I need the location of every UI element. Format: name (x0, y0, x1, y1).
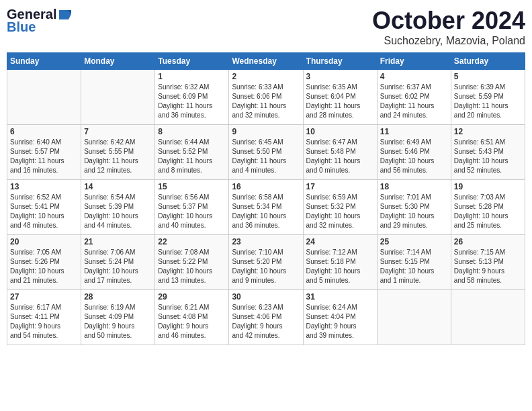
day-number: 28 (84, 292, 152, 302)
calendar-cell: 10Sunrise: 6:47 AM Sunset: 5:48 PM Dayli… (303, 125, 377, 180)
calendar-cell: 9Sunrise: 6:45 AM Sunset: 5:50 PM Daylig… (229, 125, 303, 180)
day-info: Sunrise: 6:19 AM Sunset: 4:09 PM Dayligh… (84, 303, 152, 340)
day-number: 25 (380, 237, 448, 246)
weekday-header: Saturday (451, 53, 525, 70)
month-title: October 2024 (372, 7, 525, 35)
day-info: Sunrise: 6:33 AM Sunset: 6:06 PM Dayligh… (232, 83, 300, 120)
day-info: Sunrise: 6:42 AM Sunset: 5:55 PM Dayligh… (84, 138, 152, 175)
day-info: Sunrise: 6:54 AM Sunset: 5:39 PM Dayligh… (84, 193, 152, 230)
calendar-cell: 25Sunrise: 7:14 AM Sunset: 5:15 PM Dayli… (377, 235, 451, 290)
day-info: Sunrise: 7:01 AM Sunset: 5:30 PM Dayligh… (380, 193, 448, 230)
day-info: Sunrise: 6:56 AM Sunset: 5:37 PM Dayligh… (158, 193, 226, 230)
day-info: Sunrise: 6:21 AM Sunset: 4:08 PM Dayligh… (158, 303, 226, 340)
day-number: 14 (84, 182, 152, 191)
day-info: Sunrise: 7:10 AM Sunset: 5:20 PM Dayligh… (232, 248, 300, 285)
page-header: General Blue October 2024 Suchozebry, Ma… (7, 7, 525, 47)
title-area: October 2024 Suchozebry, Mazovia, Poland (372, 7, 525, 47)
day-number: 26 (454, 237, 522, 246)
day-info: Sunrise: 6:49 AM Sunset: 5:46 PM Dayligh… (380, 138, 448, 175)
calendar-cell: 6Sunrise: 6:40 AM Sunset: 5:57 PM Daylig… (7, 125, 81, 180)
day-number: 1 (158, 72, 226, 81)
calendar-week-row: 6Sunrise: 6:40 AM Sunset: 5:57 PM Daylig… (7, 125, 525, 180)
day-number: 7 (84, 127, 152, 136)
day-info: Sunrise: 6:47 AM Sunset: 5:48 PM Dayligh… (306, 138, 374, 175)
calendar-cell: 20Sunrise: 7:05 AM Sunset: 5:26 PM Dayli… (7, 235, 81, 290)
calendar-cell: 28Sunrise: 6:19 AM Sunset: 4:09 PM Dayli… (81, 290, 155, 345)
logo-blue: Blue (7, 19, 36, 35)
day-info: Sunrise: 6:44 AM Sunset: 5:52 PM Dayligh… (158, 138, 226, 175)
day-number: 9 (232, 127, 300, 136)
day-number: 4 (380, 72, 448, 81)
day-number: 29 (158, 292, 226, 302)
weekday-header: Sunday (7, 53, 81, 70)
calendar-week-row: 27Sunrise: 6:17 AM Sunset: 4:11 PM Dayli… (7, 290, 525, 345)
calendar-cell: 14Sunrise: 6:54 AM Sunset: 5:39 PM Dayli… (81, 180, 155, 235)
day-number: 19 (454, 182, 522, 191)
calendar-cell: 1Sunrise: 6:32 AM Sunset: 6:09 PM Daylig… (155, 70, 229, 125)
day-number: 30 (232, 292, 300, 302)
day-info: Sunrise: 7:15 AM Sunset: 5:13 PM Dayligh… (454, 248, 522, 285)
day-number: 17 (306, 182, 374, 191)
calendar-cell: 21Sunrise: 7:06 AM Sunset: 5:24 PM Dayli… (81, 235, 155, 290)
calendar-week-row: 1Sunrise: 6:32 AM Sunset: 6:09 PM Daylig… (7, 70, 525, 125)
calendar-cell: 22Sunrise: 7:08 AM Sunset: 5:22 PM Dayli… (155, 235, 229, 290)
day-number: 10 (306, 127, 374, 136)
calendar-cell: 8Sunrise: 6:44 AM Sunset: 5:52 PM Daylig… (155, 125, 229, 180)
calendar-cell: 27Sunrise: 6:17 AM Sunset: 4:11 PM Dayli… (7, 290, 81, 345)
logo-icon (58, 9, 73, 21)
calendar-cell: 2Sunrise: 6:33 AM Sunset: 6:06 PM Daylig… (229, 70, 303, 125)
calendar-cell: 29Sunrise: 6:21 AM Sunset: 4:08 PM Dayli… (155, 290, 229, 345)
day-info: Sunrise: 7:03 AM Sunset: 5:28 PM Dayligh… (454, 193, 522, 230)
calendar-cell: 18Sunrise: 7:01 AM Sunset: 5:30 PM Dayli… (377, 180, 451, 235)
calendar-cell: 19Sunrise: 7:03 AM Sunset: 5:28 PM Dayli… (451, 180, 525, 235)
calendar-cell: 11Sunrise: 6:49 AM Sunset: 5:46 PM Dayli… (377, 125, 451, 180)
day-number: 6 (10, 127, 78, 136)
location-title: Suchozebry, Mazovia, Poland (372, 35, 525, 47)
day-number: 13 (10, 182, 78, 191)
day-number: 31 (306, 292, 374, 302)
day-info: Sunrise: 6:37 AM Sunset: 6:02 PM Dayligh… (380, 83, 448, 120)
calendar-cell (451, 290, 525, 345)
calendar-cell: 5Sunrise: 6:39 AM Sunset: 5:59 PM Daylig… (451, 70, 525, 125)
calendar-cell: 24Sunrise: 7:12 AM Sunset: 5:18 PM Dayli… (303, 235, 377, 290)
calendar-cell: 13Sunrise: 6:52 AM Sunset: 5:41 PM Dayli… (7, 180, 81, 235)
weekday-header: Thursday (303, 53, 377, 70)
day-number: 15 (158, 182, 226, 191)
day-number: 12 (454, 127, 522, 136)
calendar-cell: 15Sunrise: 6:56 AM Sunset: 5:37 PM Dayli… (155, 180, 229, 235)
day-number: 21 (84, 237, 152, 246)
weekday-header: Friday (377, 53, 451, 70)
day-number: 27 (10, 292, 78, 302)
weekday-header: Monday (81, 53, 155, 70)
day-number: 16 (232, 182, 300, 191)
day-number: 18 (380, 182, 448, 191)
day-number: 8 (158, 127, 226, 136)
day-number: 24 (306, 237, 374, 246)
day-info: Sunrise: 6:45 AM Sunset: 5:50 PM Dayligh… (232, 138, 300, 175)
day-info: Sunrise: 6:17 AM Sunset: 4:11 PM Dayligh… (10, 303, 78, 340)
day-info: Sunrise: 6:58 AM Sunset: 5:34 PM Dayligh… (232, 193, 300, 230)
calendar-week-row: 13Sunrise: 6:52 AM Sunset: 5:41 PM Dayli… (7, 180, 525, 235)
day-number: 23 (232, 237, 300, 246)
day-info: Sunrise: 6:35 AM Sunset: 6:04 PM Dayligh… (306, 83, 374, 120)
day-info: Sunrise: 6:24 AM Sunset: 4:04 PM Dayligh… (306, 303, 374, 340)
calendar-table: SundayMondayTuesdayWednesdayThursdayFrid… (7, 52, 525, 345)
calendar-cell (81, 70, 155, 125)
day-info: Sunrise: 7:14 AM Sunset: 5:15 PM Dayligh… (380, 248, 448, 285)
calendar-cell: 31Sunrise: 6:24 AM Sunset: 4:04 PM Dayli… (303, 290, 377, 345)
day-number: 20 (10, 237, 78, 246)
day-info: Sunrise: 7:08 AM Sunset: 5:22 PM Dayligh… (158, 248, 226, 285)
day-info: Sunrise: 6:51 AM Sunset: 5:43 PM Dayligh… (454, 138, 522, 175)
calendar-cell: 3Sunrise: 6:35 AM Sunset: 6:04 PM Daylig… (303, 70, 377, 125)
calendar-cell: 30Sunrise: 6:23 AM Sunset: 4:06 PM Dayli… (229, 290, 303, 345)
day-info: Sunrise: 6:39 AM Sunset: 5:59 PM Dayligh… (454, 83, 522, 120)
day-info: Sunrise: 6:40 AM Sunset: 5:57 PM Dayligh… (10, 138, 78, 175)
day-info: Sunrise: 6:32 AM Sunset: 6:09 PM Dayligh… (158, 83, 226, 120)
calendar-cell: 4Sunrise: 6:37 AM Sunset: 6:02 PM Daylig… (377, 70, 451, 125)
day-info: Sunrise: 6:59 AM Sunset: 5:32 PM Dayligh… (306, 193, 374, 230)
calendar-cell: 16Sunrise: 6:58 AM Sunset: 5:34 PM Dayli… (229, 180, 303, 235)
calendar-week-row: 20Sunrise: 7:05 AM Sunset: 5:26 PM Dayli… (7, 235, 525, 290)
calendar-cell: 17Sunrise: 6:59 AM Sunset: 5:32 PM Dayli… (303, 180, 377, 235)
calendar-cell: 26Sunrise: 7:15 AM Sunset: 5:13 PM Dayli… (451, 235, 525, 290)
day-number: 5 (454, 72, 522, 81)
